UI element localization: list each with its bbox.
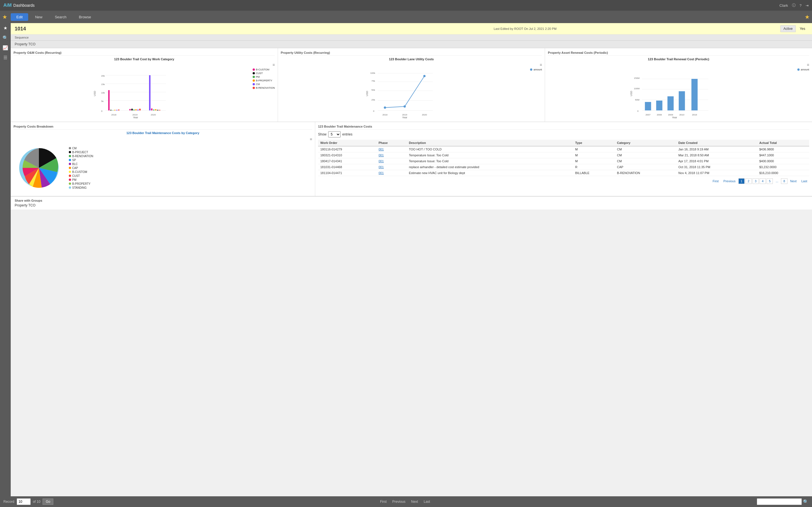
sidebar-search-icon[interactable]: 🔍 (3, 35, 8, 41)
col-date-created: Date Created (676, 140, 757, 146)
bottom-search-input[interactable] (757, 498, 802, 505)
svg-rect-63 (679, 91, 685, 110)
svg-text:USD: USD (366, 91, 368, 96)
utility-chart-svg: USD 0 25k 50k 75k 100k (281, 68, 529, 119)
table-row: 180417-014341 001 Temperature Issue: Too… (318, 158, 809, 164)
bottom-search: 🔍 (757, 498, 809, 505)
share-value: Property TCO (15, 203, 808, 207)
next-nav-link[interactable]: Next (411, 500, 418, 504)
svg-rect-26 (155, 109, 156, 110)
page-8-btn[interactable]: 8 (781, 178, 787, 184)
search-button[interactable]: Search (49, 13, 72, 21)
last-page-btn[interactable]: Last (799, 179, 809, 184)
next-page-btn[interactable]: Next (788, 179, 799, 184)
sequence-label: Sequence (15, 36, 29, 39)
record-header: 1014 Last Edited by ROOT On Jul 2, 2021 … (11, 23, 812, 35)
svg-text:0: 0 (373, 110, 374, 112)
page-1-btn[interactable]: 1 (739, 178, 745, 184)
last-nav-link[interactable]: Last (424, 500, 430, 504)
svg-rect-17 (130, 109, 131, 110)
om-chart-svg: USD 0 5k 10k 15k 20k (13, 68, 251, 119)
svg-rect-15 (116, 110, 117, 110)
svg-text:2010: 2010 (679, 114, 684, 116)
cell-type: BILLABLE (573, 170, 615, 176)
renewal-legend: amount (796, 68, 809, 71)
show-label: Show (318, 132, 326, 136)
om-chart-container: USD 0 5k 10k 15k 20k (13, 68, 275, 119)
utility-chart-container: USD 0 25k 50k 75k 100k (281, 68, 542, 119)
col-phase: Phase (376, 140, 407, 146)
renewal-chart-container: USD 0 50M 100M 150M (548, 68, 809, 119)
cell-type: M (573, 158, 615, 164)
sidebar-menu-icon[interactable]: ☰ (3, 55, 7, 60)
content-area: 1014 Last Edited by ROOT On Jul 2, 2021 … (11, 23, 812, 507)
svg-text:5k: 5k (101, 100, 104, 103)
record-meta: Last Edited by ROOT On Jul 2, 2021 2:20 … (270, 27, 780, 31)
star-right-icon[interactable]: ★ (805, 13, 810, 20)
cell-date-created: Mar 21, 2018 8:50 AM (676, 152, 757, 158)
svg-rect-25 (153, 110, 154, 110)
cell-category: CM (615, 152, 676, 158)
svg-text:50k: 50k (371, 89, 375, 91)
svg-point-45 (403, 105, 406, 108)
cell-date-created: Oct 31, 2018 11:35 PM (676, 164, 757, 170)
browse-button[interactable]: Browse (73, 13, 97, 21)
svg-rect-60 (645, 102, 651, 110)
top-nav: AiM Dashboards Clark ⓘ ? ⇥ (0, 0, 812, 11)
logout-icon[interactable]: ⇥ (806, 3, 809, 8)
previous-nav-link[interactable]: Previous (392, 500, 405, 504)
page-2-btn[interactable]: 2 (746, 178, 752, 184)
cell-phase[interactable]: 001 (376, 152, 407, 158)
pie-menu-icon[interactable]: ≡ (310, 137, 312, 142)
cell-phase[interactable]: 001 (376, 158, 407, 164)
om-chart-panel: Property O&M Costs (Recurring) 123 Bould… (11, 48, 278, 122)
cell-actual-total: $400.0000 (757, 158, 809, 164)
sidebar-chart-icon[interactable]: 📈 (3, 45, 8, 50)
go-button[interactable]: Go (43, 499, 53, 505)
svg-rect-64 (692, 79, 698, 110)
utility-menu-icon[interactable]: ≡ (540, 62, 542, 67)
svg-text:2018: 2018 (382, 114, 388, 116)
record-status: Active Yes (780, 25, 808, 32)
cell-phase[interactable]: 001 (376, 164, 407, 170)
edit-button[interactable]: Edit (11, 13, 28, 21)
page-4-btn[interactable]: 4 (760, 178, 766, 184)
bottom-bar: Record of 10 Go First Previous Next Last… (0, 496, 812, 507)
svg-text:20k: 20k (101, 75, 105, 77)
cell-category: CM (615, 146, 676, 152)
om-legend: B-CUSTOM CUST PM B-PROPERTY CM B-RENOVAT… (251, 68, 275, 89)
share-title: Share with Groups (15, 199, 808, 202)
new-button[interactable]: New (29, 13, 48, 21)
first-nav-link[interactable]: First (380, 500, 387, 504)
cell-phase[interactable]: 001 (376, 170, 407, 176)
record-input[interactable] (17, 498, 31, 505)
star-left-icon[interactable]: ★ (2, 13, 7, 20)
svg-rect-16 (118, 110, 119, 110)
utility-chart-panel: Property Utility Costs (Recurring) 123 B… (278, 48, 545, 122)
bottom-row: Property Costs Breakdown 123 Boulder Tra… (11, 122, 812, 196)
cell-description: TOO HOT / TOO COLD (407, 146, 573, 152)
info-icon[interactable]: ⓘ (792, 3, 796, 8)
previous-page-btn[interactable]: Previous (721, 179, 738, 184)
page-5-btn[interactable]: 5 (767, 178, 773, 184)
active-value: Yes (797, 25, 808, 32)
cell-description: Temperature Issue: Too Cold (407, 158, 573, 164)
page-3-btn[interactable]: 3 (753, 178, 759, 184)
charts-row: Property O&M Costs (Recurring) 123 Bould… (11, 48, 812, 122)
table-pagination: First Previous 1 2 3 4 5 ... 8 Next Last (318, 178, 809, 184)
svg-rect-27 (157, 110, 158, 110)
cell-phase[interactable]: 001 (376, 146, 407, 152)
show-select[interactable]: 5 10 25 (328, 131, 341, 137)
bottom-search-icon[interactable]: 🔍 (803, 499, 809, 504)
svg-rect-21 (137, 110, 139, 110)
utility-legend: amount (528, 68, 542, 71)
help-icon[interactable]: ? (800, 3, 802, 8)
svg-text:75k: 75k (371, 80, 375, 82)
first-page-btn[interactable]: First (711, 179, 720, 184)
sidebar-star-icon[interactable]: ★ (3, 25, 7, 31)
cell-description: replace airhandler - detailed cost estim… (407, 164, 573, 170)
cell-actual-total: $436.9800 (757, 146, 809, 152)
om-menu-icon[interactable]: ≡ (273, 62, 275, 67)
renewal-menu-icon[interactable]: ≡ (807, 62, 809, 67)
svg-text:2016: 2016 (692, 114, 697, 116)
